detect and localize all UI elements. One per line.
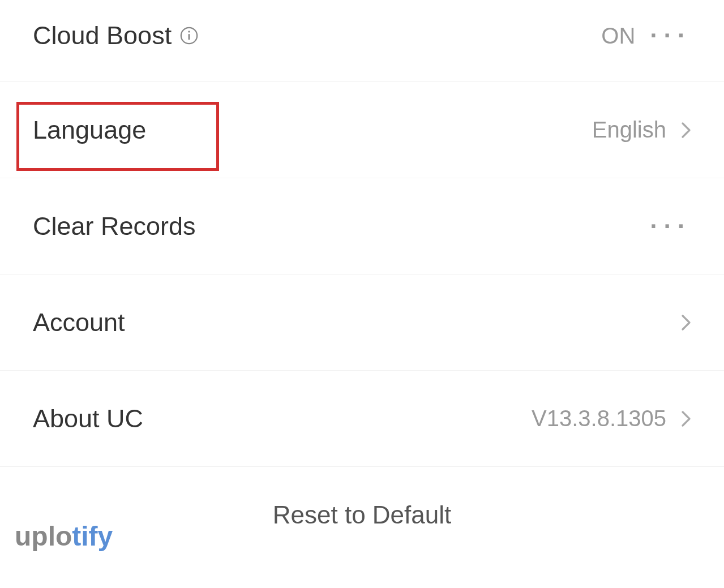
- reset-section: Reset to Default: [0, 467, 724, 529]
- account-value-container: [681, 312, 691, 333]
- reset-to-default-button[interactable]: Reset to Default: [273, 501, 452, 529]
- language-value-container: English: [592, 117, 691, 143]
- account-label: Account: [33, 308, 125, 337]
- setting-item-clear-records[interactable]: Clear Records ···: [0, 178, 724, 274]
- info-icon[interactable]: [179, 26, 199, 45]
- setting-item-account[interactable]: Account: [0, 274, 724, 371]
- language-value: English: [592, 117, 666, 143]
- about-uc-label: About UC: [33, 404, 143, 434]
- cloud-boost-label: Cloud Boost: [33, 21, 172, 50]
- language-label-container: Language: [33, 115, 146, 145]
- chevron-right-icon: [681, 409, 691, 429]
- setting-item-language[interactable]: Language English: [0, 82, 724, 178]
- cloud-boost-value: ON: [601, 23, 635, 49]
- clear-records-value-container: ···: [650, 212, 691, 241]
- settings-list: Cloud Boost ON ··· Language English: [0, 0, 724, 529]
- more-dots-icon[interactable]: ···: [650, 212, 691, 241]
- clear-records-label-container: Clear Records: [33, 212, 196, 241]
- about-uc-value-container: V13.3.8.1305: [532, 406, 691, 431]
- clear-records-label: Clear Records: [33, 212, 196, 241]
- about-uc-value: V13.3.8.1305: [532, 406, 666, 431]
- svg-point-2: [188, 31, 190, 32]
- language-label: Language: [33, 115, 146, 145]
- chevron-right-icon: [681, 312, 691, 333]
- about-uc-label-container: About UC: [33, 404, 143, 434]
- more-dots-icon[interactable]: ···: [650, 22, 691, 50]
- account-label-container: Account: [33, 308, 125, 337]
- cloud-boost-label-container: Cloud Boost: [33, 21, 199, 50]
- setting-item-about-uc[interactable]: About UC V13.3.8.1305: [0, 371, 724, 467]
- chevron-right-icon: [681, 120, 691, 140]
- cloud-boost-value-container: ON ···: [601, 22, 691, 50]
- setting-item-cloud-boost[interactable]: Cloud Boost ON ···: [0, 0, 724, 82]
